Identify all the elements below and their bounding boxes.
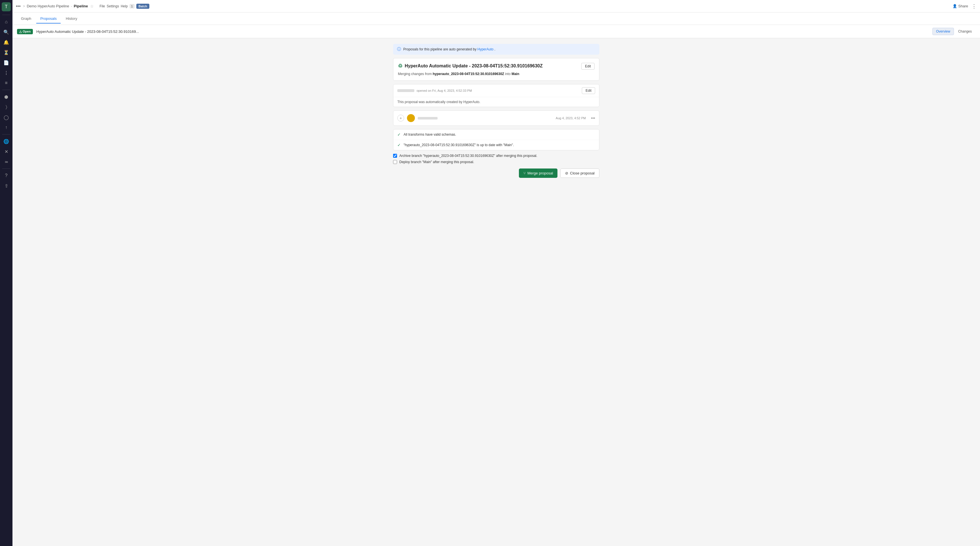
merge-label: Merge proposal: [527, 171, 553, 175]
sidebar-divider-2: [2, 90, 10, 90]
close-icon: ⊘: [565, 171, 568, 175]
checkbox-deploy[interactable]: Deploy branch "Main" after merging this …: [393, 160, 600, 164]
breadcrumb-chevron: >: [23, 4, 25, 8]
checkbox-archive[interactable]: Archive branch "hyperauto_2023-08-04T15:…: [393, 154, 600, 158]
breadcrumb: > Demo HyperAuto Pipeline - Pipeline: [23, 4, 88, 8]
breadcrumb-page: Pipeline: [74, 4, 88, 8]
archive-label: Archive branch "hyperauto_2023-08-04T15:…: [399, 154, 537, 158]
share-label: Share: [958, 4, 968, 8]
info-icon: ⓘ: [397, 47, 401, 52]
check-text-1: All transforms have valid schemas.: [404, 133, 456, 136]
status-icon: △: [19, 30, 22, 33]
item-count: 1: [129, 4, 135, 8]
sidebar: T ⌂ 🔍 🔔 ⏳ 📄 ⋮ ≡ ⬢ 〉 ◯ ↑ 🌐 ✕ ≃ ? ⇧: [0, 0, 13, 546]
breadcrumb-separator2: -: [71, 4, 72, 8]
sidebar-divider-4: [2, 168, 10, 169]
comment-edit-button[interactable]: Edit: [582, 87, 595, 94]
export-icon[interactable]: ↑: [2, 123, 11, 132]
proposal-title-short: HyperAuto Automatic Update - 2023-08-04T…: [36, 29, 929, 34]
cross-icon[interactable]: ✕: [2, 147, 11, 156]
file-menu[interactable]: File: [99, 4, 105, 8]
more-options-button[interactable]: •••: [16, 4, 21, 9]
hyperauto-link[interactable]: HyperAuto: [477, 47, 494, 51]
archive-checkbox[interactable]: [393, 154, 397, 158]
close-proposal-button[interactable]: ⊘ Close proposal: [560, 168, 600, 178]
user-avatar: [407, 114, 415, 122]
comment-more-button[interactable]: •••: [591, 116, 595, 121]
commenter-name-placeholder: [397, 89, 414, 92]
merge-proposal-button[interactable]: ⑂ Merge proposal: [519, 168, 557, 178]
sidebar-divider-3: [2, 134, 10, 135]
merge-icon: ⑂: [523, 171, 526, 175]
checks-card: ✓ All transforms have valid schemas. ✓ "…: [393, 129, 600, 150]
star-button[interactable]: ☆: [90, 4, 94, 8]
upload-icon[interactable]: ⇧: [2, 181, 11, 190]
breadcrumb-project: Demo HyperAuto Pipeline: [27, 4, 69, 8]
deploy-checkbox[interactable]: [393, 160, 397, 164]
bell-icon[interactable]: 🔔: [2, 38, 11, 47]
checkbox-section: Archive branch "hyperauto_2023-08-04T15:…: [393, 154, 600, 164]
check-item-1: ✓ All transforms have valid schemas.: [393, 129, 599, 140]
batch-button[interactable]: Batch: [136, 4, 150, 9]
info-banner: ⓘ Proposals for this pipeline are auto g…: [393, 44, 600, 55]
check-item-2: ✓ "hyperauto_2023-08-04T15:52:30.9101696…: [393, 140, 599, 150]
check-icon-1: ✓: [397, 132, 401, 137]
home-icon[interactable]: ⌂: [2, 17, 11, 26]
check-icon-2: ✓: [397, 143, 401, 147]
proposal-card-header: ♲ HyperAuto Automatic Update - 2023-08-0…: [398, 63, 595, 70]
list-icon[interactable]: ≡: [2, 78, 11, 87]
check-text-2: "hyperauto_2023-08-04T15:52:30.910169630…: [404, 143, 514, 147]
comment-time: Aug 4, 2023, 4:52 PM: [556, 116, 586, 120]
topbar: ••• > Demo HyperAuto Pipeline - Pipeline…: [13, 0, 980, 13]
view-tab-changes[interactable]: Changes: [955, 28, 975, 35]
share-icon: 👤: [953, 4, 957, 8]
grid-icon[interactable]: ⋮: [2, 68, 11, 77]
proposal-subtitle: Merging changes from hyperauto_2023-08-0…: [398, 72, 595, 76]
status-badge: △ Open: [17, 29, 33, 34]
proposal-card-title: ♲ HyperAuto Automatic Update - 2023-08-0…: [398, 63, 543, 69]
view-tab-overview[interactable]: Overview: [932, 28, 954, 35]
branch-icon[interactable]: 〉: [2, 103, 11, 111]
transform-icon[interactable]: ⬢: [2, 92, 11, 102]
globe-icon[interactable]: 🌐: [2, 137, 11, 146]
view-tabs: Overview Changes: [932, 28, 975, 35]
info-text: Proposals for this pipeline are auto gen…: [403, 47, 495, 51]
proposal-edit-button[interactable]: Edit: [581, 63, 595, 70]
tab-proposals[interactable]: Proposals: [36, 14, 60, 24]
chart-icon[interactable]: ≃: [2, 157, 11, 166]
proposal-header-bar: △ Open HyperAuto Automatic Update - 2023…: [13, 25, 980, 38]
history-icon[interactable]: ⏳: [2, 48, 11, 57]
proposal-main: ⓘ Proposals for this pipeline are auto g…: [388, 44, 604, 178]
help-menu[interactable]: Help: [121, 4, 128, 8]
topbar-right: 👤 Share ⋮: [953, 3, 977, 10]
topbar-actions: File Settings Help 1 Batch: [99, 4, 150, 9]
main-content: ••• > Demo HyperAuto Pipeline - Pipeline…: [13, 0, 980, 546]
add-comment-button[interactable]: +: [397, 115, 404, 122]
help-icon[interactable]: ?: [2, 171, 11, 180]
tab-graph[interactable]: Graph: [17, 14, 35, 24]
tab-history[interactable]: History: [62, 14, 81, 24]
target-branch: Main: [512, 72, 519, 76]
username-placeholder: [418, 117, 438, 119]
share-button[interactable]: 👤 Share: [953, 4, 968, 8]
status-label: Open: [23, 30, 30, 33]
close-label: Close proposal: [570, 171, 595, 175]
layout-toggle-button[interactable]: ⋮: [972, 3, 977, 10]
stack-icon[interactable]: ◯: [2, 113, 11, 122]
brand-icon[interactable]: T: [2, 2, 11, 11]
comment-thread: + Aug 4, 2023, 4:52 PM •••: [393, 110, 600, 126]
file-icon[interactable]: 📄: [2, 58, 11, 67]
settings-menu[interactable]: Settings: [107, 4, 119, 8]
comment-body: This proposal was automatically created …: [393, 97, 599, 107]
comment-meta: opened on Fri, Aug 4, 2023, 4:52:33 PM: [417, 89, 472, 92]
search-icon[interactable]: 🔍: [2, 27, 11, 37]
page-content: △ Open HyperAuto Automatic Update - 2023…: [13, 25, 980, 546]
proposal-detail-card: ♲ HyperAuto Automatic Update - 2023-08-0…: [393, 58, 600, 81]
comment-card: opened on Fri, Aug 4, 2023, 4:52:33 PM E…: [393, 84, 600, 107]
tabbar: Graph Proposals History: [13, 13, 980, 25]
deploy-label: Deploy branch "Main" after merging this …: [399, 160, 474, 164]
comment-header: opened on Fri, Aug 4, 2023, 4:52:33 PM E…: [393, 84, 599, 97]
source-branch: hyperauto_2023-08-04T15:52:30.910169630Z: [433, 72, 504, 76]
proposal-title-text: HyperAuto Automatic Update - 2023-08-04T…: [405, 63, 543, 68]
action-bar: ⑂ Merge proposal ⊘ Close proposal: [393, 168, 600, 178]
